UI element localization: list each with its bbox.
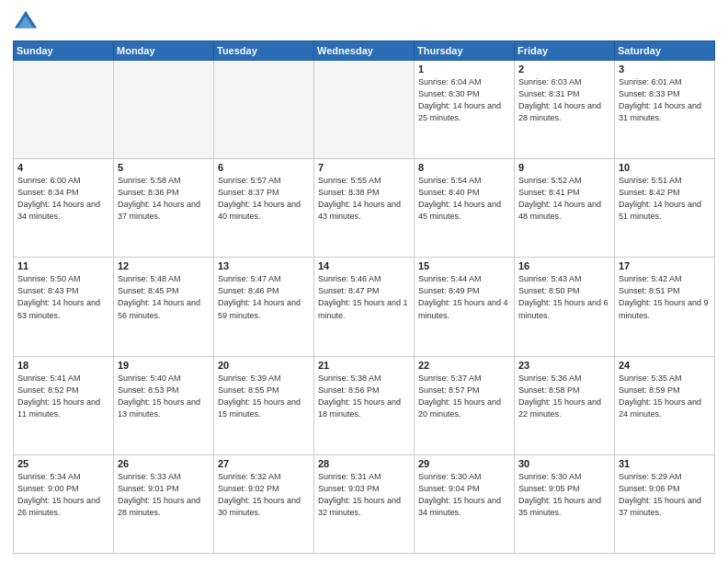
calendar-cell: 25Sunrise: 5:34 AM Sunset: 9:00 PM Dayli…: [14, 454, 114, 553]
day-info: Sunrise: 5:35 AM Sunset: 8:59 PM Dayligh…: [619, 373, 711, 420]
calendar-cell: 11Sunrise: 5:50 AM Sunset: 8:43 PM Dayli…: [14, 258, 114, 356]
day-number: 31: [619, 458, 711, 469]
day-info: Sunrise: 5:54 AM Sunset: 8:40 PM Dayligh…: [418, 175, 510, 223]
col-header-thursday: Thursday: [415, 41, 515, 61]
day-number: 8: [418, 162, 510, 173]
day-info: Sunrise: 5:41 AM Sunset: 8:52 PM Dayligh…: [17, 373, 109, 420]
col-header-friday: Friday: [515, 41, 615, 61]
day-number: 5: [118, 162, 210, 173]
calendar-cell: 29Sunrise: 5:30 AM Sunset: 9:04 PM Dayli…: [415, 454, 515, 553]
calendar-week-4: 25Sunrise: 5:34 AM Sunset: 9:00 PM Dayli…: [14, 454, 715, 553]
day-number: 26: [118, 458, 210, 469]
calendar-week-0: 1Sunrise: 6:04 AM Sunset: 8:30 PM Daylig…: [14, 61, 715, 159]
day-info: Sunrise: 5:31 AM Sunset: 9:03 PM Dayligh…: [318, 471, 410, 519]
day-info: Sunrise: 6:01 AM Sunset: 8:33 PM Dayligh…: [619, 76, 711, 124]
day-number: 19: [118, 360, 210, 371]
day-number: 15: [418, 260, 510, 271]
day-info: Sunrise: 5:44 AM Sunset: 8:49 PM Dayligh…: [418, 273, 510, 321]
day-number: 25: [17, 458, 109, 469]
day-number: 21: [318, 360, 410, 371]
day-info: Sunrise: 5:36 AM Sunset: 8:58 PM Dayligh…: [518, 373, 610, 420]
calendar-cell: 4Sunrise: 6:00 AM Sunset: 8:34 PM Daylig…: [14, 159, 114, 258]
calendar-week-1: 4Sunrise: 6:00 AM Sunset: 8:34 PM Daylig…: [14, 159, 715, 258]
calendar-cell: 10Sunrise: 5:51 AM Sunset: 8:42 PM Dayli…: [615, 159, 715, 258]
day-info: Sunrise: 5:47 AM Sunset: 8:46 PM Dayligh…: [218, 273, 310, 321]
day-info: Sunrise: 5:51 AM Sunset: 8:42 PM Dayligh…: [619, 175, 711, 223]
calendar-cell: 17Sunrise: 5:42 AM Sunset: 8:51 PM Dayli…: [615, 258, 715, 356]
day-info: Sunrise: 5:37 AM Sunset: 8:57 PM Dayligh…: [418, 373, 510, 420]
col-header-saturday: Saturday: [615, 41, 715, 61]
day-number: 6: [218, 162, 310, 173]
calendar-cell: 22Sunrise: 5:37 AM Sunset: 8:57 PM Dayli…: [415, 356, 515, 454]
col-header-tuesday: Tuesday: [214, 41, 314, 61]
calendar-cell: 23Sunrise: 5:36 AM Sunset: 8:58 PM Dayli…: [515, 356, 615, 454]
day-number: 18: [17, 360, 109, 371]
day-number: 9: [518, 162, 610, 173]
day-number: 1: [418, 63, 510, 75]
day-number: 29: [418, 458, 510, 469]
day-number: 3: [619, 63, 711, 75]
day-number: 4: [17, 162, 109, 173]
day-number: 16: [518, 260, 610, 271]
day-number: 22: [418, 360, 510, 371]
calendar-cell: 31Sunrise: 5:29 AM Sunset: 9:06 PM Dayli…: [615, 454, 715, 553]
day-info: Sunrise: 5:42 AM Sunset: 8:51 PM Dayligh…: [619, 273, 711, 321]
day-number: 17: [619, 260, 711, 271]
header: [13, 9, 715, 35]
calendar-cell: 20Sunrise: 5:39 AM Sunset: 8:55 PM Dayli…: [214, 356, 314, 454]
calendar-cell: 16Sunrise: 5:43 AM Sunset: 8:50 PM Dayli…: [515, 258, 615, 356]
day-info: Sunrise: 5:38 AM Sunset: 8:56 PM Dayligh…: [318, 373, 410, 420]
day-number: 20: [218, 360, 310, 371]
calendar-cell: 3Sunrise: 6:01 AM Sunset: 8:33 PM Daylig…: [615, 61, 715, 159]
calendar-cell: 2Sunrise: 6:03 AM Sunset: 8:31 PM Daylig…: [515, 61, 615, 159]
page: SundayMondayTuesdayWednesdayThursdayFrid…: [0, 0, 728, 563]
day-info: Sunrise: 5:46 AM Sunset: 8:47 PM Dayligh…: [318, 273, 410, 321]
day-info: Sunrise: 5:57 AM Sunset: 8:37 PM Dayligh…: [218, 175, 310, 223]
day-number: 2: [518, 63, 610, 75]
calendar-cell: [214, 61, 314, 159]
calendar-header-row: SundayMondayTuesdayWednesdayThursdayFrid…: [14, 41, 715, 61]
calendar-cell: 7Sunrise: 5:55 AM Sunset: 8:38 PM Daylig…: [314, 159, 415, 258]
col-header-sunday: Sunday: [14, 41, 114, 61]
calendar-cell: 26Sunrise: 5:33 AM Sunset: 9:01 PM Dayli…: [114, 454, 214, 553]
calendar-cell: [114, 61, 214, 159]
calendar-cell: 30Sunrise: 5:30 AM Sunset: 9:05 PM Dayli…: [515, 454, 615, 553]
calendar-cell: 15Sunrise: 5:44 AM Sunset: 8:49 PM Dayli…: [415, 258, 515, 356]
day-info: Sunrise: 6:00 AM Sunset: 8:34 PM Dayligh…: [17, 175, 109, 223]
calendar-cell: 6Sunrise: 5:57 AM Sunset: 8:37 PM Daylig…: [214, 159, 314, 258]
day-number: 13: [218, 260, 310, 271]
day-info: Sunrise: 5:39 AM Sunset: 8:55 PM Dayligh…: [218, 373, 310, 420]
day-info: Sunrise: 6:04 AM Sunset: 8:30 PM Dayligh…: [418, 76, 510, 124]
col-header-monday: Monday: [114, 41, 214, 61]
logo-icon: [13, 9, 39, 35]
day-number: 23: [518, 360, 610, 371]
day-info: Sunrise: 5:30 AM Sunset: 9:04 PM Dayligh…: [418, 471, 510, 519]
logo: [13, 9, 42, 35]
day-info: Sunrise: 5:30 AM Sunset: 9:05 PM Dayligh…: [518, 471, 610, 519]
calendar-cell: 13Sunrise: 5:47 AM Sunset: 8:46 PM Dayli…: [214, 258, 314, 356]
day-info: Sunrise: 5:43 AM Sunset: 8:50 PM Dayligh…: [518, 273, 610, 321]
day-info: Sunrise: 5:34 AM Sunset: 9:00 PM Dayligh…: [17, 471, 109, 519]
calendar-cell: 28Sunrise: 5:31 AM Sunset: 9:03 PM Dayli…: [314, 454, 415, 553]
day-info: Sunrise: 5:48 AM Sunset: 8:45 PM Dayligh…: [118, 273, 210, 321]
calendar-cell: 14Sunrise: 5:46 AM Sunset: 8:47 PM Dayli…: [314, 258, 415, 356]
calendar-week-3: 18Sunrise: 5:41 AM Sunset: 8:52 PM Dayli…: [14, 356, 715, 454]
day-number: 14: [318, 260, 410, 271]
calendar-week-2: 11Sunrise: 5:50 AM Sunset: 8:43 PM Dayli…: [14, 258, 715, 356]
day-info: Sunrise: 6:03 AM Sunset: 8:31 PM Dayligh…: [518, 76, 610, 124]
calendar-cell: 5Sunrise: 5:58 AM Sunset: 8:36 PM Daylig…: [114, 159, 214, 258]
col-header-wednesday: Wednesday: [314, 41, 415, 61]
day-info: Sunrise: 5:40 AM Sunset: 8:53 PM Dayligh…: [118, 373, 210, 420]
calendar-cell: 27Sunrise: 5:32 AM Sunset: 9:02 PM Dayli…: [214, 454, 314, 553]
day-info: Sunrise: 5:55 AM Sunset: 8:38 PM Dayligh…: [318, 175, 410, 223]
calendar-cell: 21Sunrise: 5:38 AM Sunset: 8:56 PM Dayli…: [314, 356, 415, 454]
calendar-cell: [14, 61, 114, 159]
day-info: Sunrise: 5:50 AM Sunset: 8:43 PM Dayligh…: [17, 273, 109, 321]
day-number: 28: [318, 458, 410, 469]
calendar-cell: 1Sunrise: 6:04 AM Sunset: 8:30 PM Daylig…: [415, 61, 515, 159]
calendar-cell: 18Sunrise: 5:41 AM Sunset: 8:52 PM Dayli…: [14, 356, 114, 454]
calendar-cell: 19Sunrise: 5:40 AM Sunset: 8:53 PM Dayli…: [114, 356, 214, 454]
day-number: 27: [218, 458, 310, 469]
calendar-cell: 12Sunrise: 5:48 AM Sunset: 8:45 PM Dayli…: [114, 258, 214, 356]
day-number: 24: [619, 360, 711, 371]
